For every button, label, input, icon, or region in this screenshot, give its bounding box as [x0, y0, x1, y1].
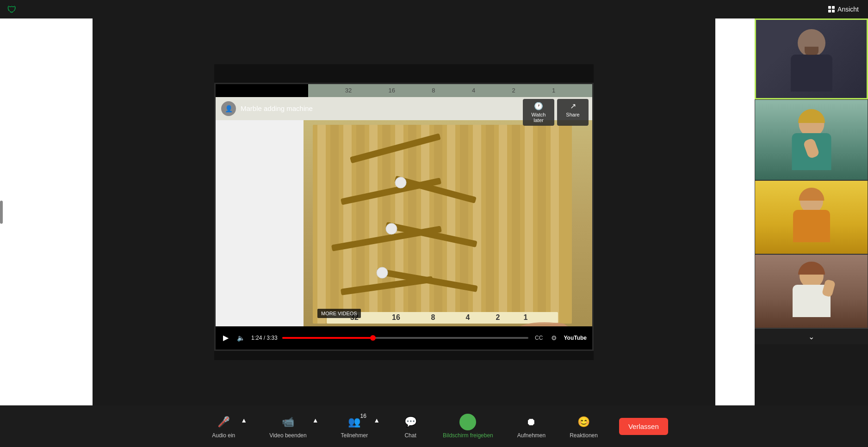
record-group: ⏺ Aufnehmen: [505, 414, 558, 439]
participants-label: Teilnehmer: [341, 432, 368, 439]
share-label: Share: [566, 112, 579, 117]
watch-later-label: Watch later: [527, 112, 550, 123]
ruler: 32 16 8 4 2 1: [308, 84, 592, 97]
reactions-label: Reaktionen: [570, 432, 598, 439]
audio-button[interactable]: 🎤 Audio ein: [208, 414, 239, 439]
ansicht-button[interactable]: Ansicht: [828, 6, 859, 13]
audio-label: Audio ein: [212, 432, 235, 439]
shield-icon: 🛡: [7, 5, 17, 15]
watch-later-icon: 🕐: [534, 102, 543, 110]
svg-text:8: 8: [431, 313, 435, 321]
reactions-button[interactable]: 😊 Reaktionen: [566, 414, 601, 439]
video-group: 📹 Video beenden ▲: [257, 414, 329, 439]
play-button[interactable]: ▶: [221, 332, 230, 343]
share-button[interactable]: ↗ Share: [557, 99, 589, 126]
ruler-16: 16: [388, 87, 395, 94]
participants-sidebar: ⌄: [755, 18, 868, 405]
participant-video-2: [755, 99, 868, 180]
ruler-8: 8: [432, 87, 435, 94]
svg-rect-12: [460, 125, 468, 324]
progress-bar[interactable]: [282, 337, 528, 339]
ansicht-label: Ansicht: [837, 6, 859, 13]
more-videos-badge[interactable]: MORE VIDEOS: [317, 309, 361, 318]
watch-later-button[interactable]: 🕐 Watch later: [523, 99, 554, 126]
scroll-down-button[interactable]: ⌄: [755, 328, 868, 344]
chat-icon: 💬: [402, 414, 419, 430]
video-caret-button[interactable]: ▲: [310, 416, 321, 424]
audio-caret-button[interactable]: ▲: [239, 416, 249, 424]
share-screen-button[interactable]: ↑ Bildschirm freigeben: [439, 414, 497, 439]
svg-text:1: 1: [524, 313, 528, 321]
share-screen-icon: ↑: [459, 414, 476, 430]
toolbar: 🎤 Audio ein ▲ 📹 Video beenden ▲ 👥 16 Tei…: [0, 405, 868, 447]
progress-fill: [282, 337, 376, 339]
svg-rect-1: [317, 125, 326, 324]
svg-point-28: [386, 223, 397, 234]
yt-black-top: [214, 64, 594, 83]
yt-channel-avatar: 👤: [221, 101, 236, 116]
more-videos-label: MORE VIDEOS: [321, 311, 357, 316]
divider-handle[interactable]: [0, 201, 3, 224]
svg-text:2: 2: [496, 313, 500, 321]
participants-icon: 👥 16: [346, 414, 363, 430]
ruler-2: 2: [512, 87, 515, 94]
reactions-icon: 😊: [576, 414, 592, 430]
svg-rect-8: [408, 125, 416, 324]
svg-rect-17: [525, 125, 533, 324]
video-camera-icon: 📹: [279, 414, 296, 430]
participant-video-1: [755, 18, 868, 99]
right-whitepanel: [715, 18, 755, 405]
svg-point-27: [395, 177, 406, 188]
microphone-muted-icon: 🎤: [215, 414, 232, 430]
chat-button[interactable]: 💬 Chat: [398, 414, 422, 439]
yt-black-bottom: [214, 351, 594, 360]
svg-rect-14: [486, 125, 494, 324]
participants-button[interactable]: 👥 16 Teilnehmer: [337, 414, 372, 439]
left-whitepanel: [0, 18, 93, 405]
youtube-player[interactable]: 32 16 8 4 2 1 👤 Marble adding machine 🕐: [214, 83, 594, 351]
chat-group: 💬 Chat: [390, 414, 431, 439]
record-label: Aufnehmen: [517, 432, 546, 439]
svg-rect-16: [512, 125, 520, 324]
share-screen-label: Bildschirm freigeben: [443, 432, 493, 439]
audio-group: 🎤 Audio ein ▲: [200, 414, 257, 439]
participant-bg-girl3: [755, 255, 868, 328]
ruler-32: 32: [345, 87, 352, 94]
svg-point-29: [377, 267, 388, 278]
record-button[interactable]: ⏺ Aufnehmen: [514, 414, 549, 439]
volume-button[interactable]: 🔈: [235, 333, 247, 343]
participant-video-3: [755, 180, 868, 254]
settings-button[interactable]: ⚙: [549, 333, 559, 343]
grid-icon: [828, 6, 835, 12]
youtube-player-frame: 32 16 8 4 2 1 👤 Marble adding machine 🕐: [214, 64, 594, 360]
progress-dot: [370, 335, 376, 341]
video-content: 32 16 8 4 2 1: [216, 120, 592, 326]
participants-caret-button[interactable]: ▲: [372, 416, 382, 424]
reactions-group: 😊 Reaktionen: [558, 414, 610, 439]
chevron-down-icon: ⌄: [808, 332, 814, 341]
svg-rect-9: [421, 125, 429, 324]
leave-button[interactable]: Verlassen: [619, 418, 668, 435]
svg-text:4: 4: [466, 313, 470, 321]
share-icon: ↗: [570, 102, 576, 110]
record-icon: ⏺: [523, 414, 539, 430]
participants-group: 👥 16 Teilnehmer ▲: [329, 414, 391, 439]
time-display: 1:24 / 3:33: [251, 335, 278, 341]
ruler-1: 1: [552, 87, 555, 94]
share-screen-group: ↑ Bildschirm freigeben: [431, 414, 505, 439]
participant-bg-man: [756, 20, 867, 98]
svg-rect-18: [538, 125, 546, 324]
svg-rect-13: [473, 125, 481, 324]
participants-count-badge: 16: [360, 413, 366, 419]
chat-label: Chat: [404, 432, 416, 439]
top-bar: 🛡 Ansicht: [0, 0, 868, 18]
cc-button[interactable]: CC: [533, 334, 545, 342]
svg-rect-15: [499, 125, 507, 324]
video-controls-bar[interactable]: ▶ 🔈 1:24 / 3:33 CC ⚙ YouTube: [216, 326, 592, 349]
participant-bg-girl2: [755, 181, 868, 254]
svg-rect-19: [551, 125, 559, 324]
participant-bg-girl1: [755, 100, 868, 180]
svg-text:16: 16: [392, 313, 400, 321]
ruler-4: 4: [472, 87, 475, 94]
video-button[interactable]: 📹 Video beenden: [266, 414, 310, 439]
